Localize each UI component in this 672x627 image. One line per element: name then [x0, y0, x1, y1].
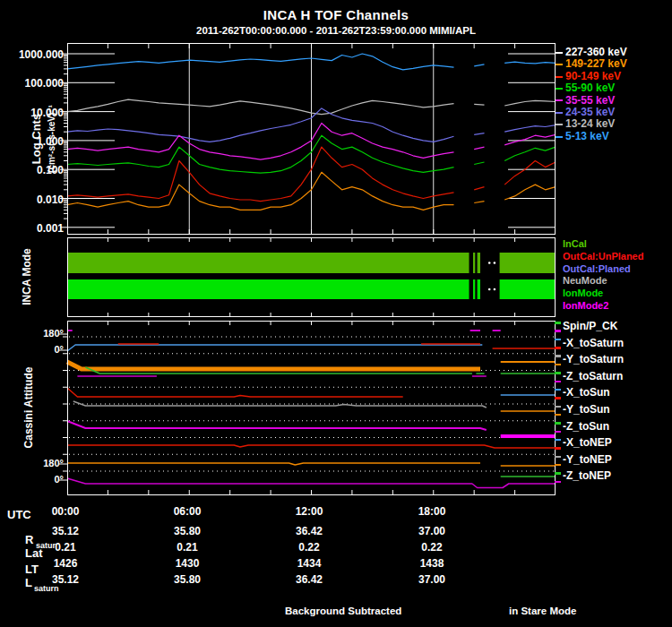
table-cell: 35.12: [30, 573, 101, 586]
series-13-24-keV: [67, 99, 454, 115]
plot-screen: INCA H TOF Channels 2011-262T00:00:00.00…: [0, 0, 672, 627]
legend-item: 13-24 keV: [556, 118, 615, 130]
table-cell: 36.42: [273, 525, 345, 537]
mode-legend-item: NeuMode: [563, 275, 607, 286]
mode-legend-item: IonMode: [563, 288, 603, 298]
attitude-legend-item: -Y_toNEP: [563, 454, 612, 466]
mode-legend-item: OutCal:Planed: [563, 263, 631, 274]
legend-label: 13-24 keV: [565, 117, 615, 130]
series-13-24-keV: [474, 104, 484, 105]
series-24-35-keV: [67, 108, 454, 142]
series-149-227-keV: [504, 185, 556, 200]
table-cell: 1430: [151, 557, 223, 570]
attitude-axis-color-tick: [555, 456, 561, 459]
table-cell: 35.80: [151, 525, 223, 537]
legend-color-line: [556, 124, 563, 125]
attitude-axis-color-tick: [555, 381, 561, 383]
series-24-35-keV: [474, 133, 484, 135]
attitude-legend-item: Spin/P_CK: [563, 321, 617, 332]
legend-label: 90-149 keV: [565, 70, 621, 82]
attitude-legend-item: -Z_toNEP: [563, 470, 611, 482]
energy-channel-legend: 227-360 keV149-227 keV90-149 keV55-90 ke…: [556, 47, 670, 147]
attitude-legend-item: -X_toSun: [563, 387, 610, 399]
attitude-axis-color-tick: [555, 322, 561, 324]
legend-label: 227-360 keV: [565, 46, 627, 58]
legend-color-line: [556, 52, 563, 54]
legend-label: 24-35 keV: [565, 106, 615, 118]
attitude-legend-item: -Z_toSun: [563, 421, 609, 433]
attitude-line-orange-thick: [67, 362, 480, 369]
attitude-axis-color-tick: [555, 447, 561, 450]
mode-bar-lower: [473, 279, 475, 299]
mode-bar-upper: [478, 253, 480, 273]
legend-label: 149-227 keV: [565, 57, 627, 70]
top-y-tick-label: 100.000: [0, 77, 64, 90]
legend-color-line: [556, 76, 563, 78]
inca-mode-legend: InCalOutCal:UnPlanedOutCal:PlanedNeuMode…: [563, 238, 670, 319]
legend-color-line: [556, 136, 563, 138]
time-range-subtitle: 2011-262T00:00:00.000 - 2011-262T23:59:0…: [0, 25, 672, 36]
series-35-55-keV: [504, 134, 556, 145]
attitude-legend-item: -Y_toSaturn: [563, 354, 624, 365]
mode-panel-title: INCA Mode: [21, 248, 33, 305]
attitude-panel-border: [68, 322, 556, 495]
attitude-legend: Spin/P_CK-X_toSaturn-Y_toSaturn-Z_toSatu…: [563, 321, 670, 491]
mode-legend-item: IonMode2: [563, 300, 608, 311]
attitude-right-tick-column: [555, 322, 561, 492]
attitude-axis-color-tick: [555, 372, 561, 374]
series-24-35-keV: [504, 125, 556, 133]
inca-mode-panel: [67, 237, 556, 317]
series-13-24-keV: [504, 100, 556, 106]
table-cell: 37.00: [396, 573, 468, 586]
legend-label: 5-13 keV: [565, 130, 609, 142]
attitude-line-magenta-mid: [67, 421, 487, 430]
attitude-axis-color-tick: [555, 431, 561, 434]
legend-color-line: [556, 112, 563, 114]
legend-item: 227-360 keV: [556, 47, 627, 58]
attitude-legend-item: -X_toSaturn: [563, 338, 624, 349]
attitude-axis-color-tick: [555, 414, 561, 417]
utc-row-label: UTC: [7, 508, 31, 521]
legend-item: 24-35 keV: [556, 107, 615, 118]
attitude-line-red-mid: [67, 388, 403, 397]
top-y-tick-label: 10.000: [0, 107, 64, 119]
attitude-legend-item: -Y_toSun: [563, 404, 610, 416]
attitude-axis-color-tick: [555, 464, 561, 467]
series-55-90-keV: [474, 162, 484, 165]
table-cell: 36.42: [273, 573, 345, 586]
series-90-149-keV: [67, 147, 454, 202]
attitude-axis-color-tick: [555, 481, 561, 484]
utc-tick-label: 06:00: [151, 505, 223, 518]
series-55-90-keV: [504, 147, 556, 160]
utc-tick-label: 00:00: [30, 505, 101, 518]
utc-tick-label: 18:00: [396, 505, 468, 518]
series-35-55-keV: [474, 147, 484, 150]
table-cell: 0.22: [396, 541, 468, 554]
mode-gap-dot: [494, 288, 496, 291]
attitude-y-tick-label: 0°: [0, 344, 64, 355]
attitude-line-red-lower: [67, 445, 556, 448]
table-cell: 1434: [273, 557, 345, 570]
page-title: INCA H TOF Channels: [0, 7, 672, 22]
attitude-panel-title: Cassini Attitude: [22, 367, 35, 449]
series-55-90-keV: [67, 135, 454, 173]
top-y-tick-label: 1000.000: [0, 48, 64, 61]
legend-color-line: [556, 88, 563, 90]
top-y-tick-label: 0.001: [0, 222, 64, 235]
attitude-y-tick-label: 0°: [0, 474, 64, 485]
legend-label: 55-90 keV: [565, 82, 615, 94]
mode-bar-upper: [473, 253, 475, 273]
legend-item: 5-13 keV: [556, 131, 609, 142]
table-cell: 1438: [396, 557, 468, 570]
series-35-55-keV: [67, 124, 454, 160]
series-149-227-keV: [474, 202, 484, 203]
legend-item: 35-55 keV: [556, 95, 615, 107]
attitude-axis-color-tick: [555, 439, 561, 442]
footer-background-subtracted: Background Subtracted: [285, 606, 401, 616]
table-cell: 35.12: [30, 525, 101, 537]
attitude-axis-color-tick: [555, 406, 561, 408]
mode-bar-upper: [500, 253, 556, 273]
attitude-line-blue-upper: [67, 345, 482, 351]
attitude-axis-color-tick: [555, 397, 561, 399]
legend-color-line: [556, 64, 563, 65]
